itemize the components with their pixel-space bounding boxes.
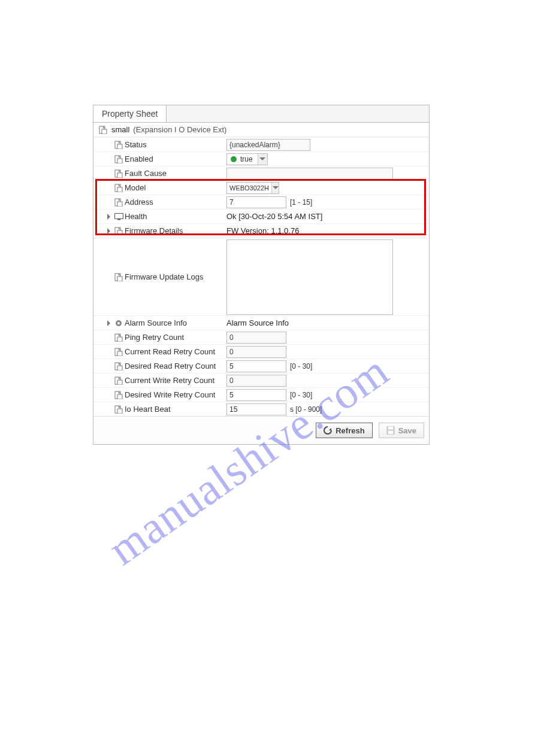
document-icon — [114, 155, 123, 163]
chevron-down-icon — [258, 154, 267, 165]
firmware-update-logs-textarea[interactable] — [226, 239, 393, 315]
label-desired-write-retry-count: Desired Write Retry Count — [125, 390, 226, 399]
document-icon — [114, 169, 123, 178]
gear-icon — [114, 319, 123, 327]
document-icon — [114, 227, 123, 235]
desired-read-retry-count-input[interactable]: 5 — [226, 360, 286, 372]
label-model: Model — [125, 183, 226, 192]
document-icon — [114, 273, 123, 281]
object-header-row: small (Expansion I O Device Ext) — [93, 123, 429, 137]
expand-toggle[interactable] — [104, 228, 113, 234]
label-firmware-details: Firmware Details — [125, 226, 226, 235]
model-dropdown[interactable]: WEBO3022H — [226, 182, 279, 194]
ping-retry-count-field: 0 — [226, 332, 286, 344]
current-write-retry-count-field: 0 — [226, 375, 286, 387]
row-firmware-details: Firmware Details FW Version: 1.1.0.76 — [93, 223, 429, 238]
alarm-source-info-value: Alarm Source Info — [226, 318, 289, 327]
label-alarm-source-info: Alarm Source Info — [125, 318, 226, 327]
label-io-heart-beat: Io Heart Beat — [125, 405, 226, 414]
document-icon — [99, 126, 107, 134]
health-value: Ok [30-Oct-20 5:54 AM IST] — [226, 212, 322, 221]
document-icon — [114, 141, 123, 149]
monitor-icon — [114, 213, 123, 220]
document-icon — [114, 184, 123, 192]
document-icon — [114, 362, 123, 371]
document-icon — [114, 348, 123, 356]
tab-bar: Property Sheet — [93, 105, 429, 123]
label-ping-retry-count: Ping Retry Count — [125, 333, 226, 342]
row-current-write-retry-count: Current Write Retry Count 0 — [93, 373, 429, 387]
enabled-dropdown[interactable]: true — [226, 153, 268, 165]
firmware-details-value: FW Version: 1.1.0.76 — [226, 226, 299, 235]
chevron-down-icon — [271, 183, 279, 193]
io-heart-beat-input[interactable]: 15 — [226, 403, 286, 415]
row-alarm-source-info: Alarm Source Info Alarm Source Info — [93, 315, 429, 330]
io-heart-beat-range-hint: s [0 - 900] — [290, 405, 322, 414]
status-field: {unackedAlarm} — [226, 139, 310, 151]
label-fault-cause: Fault Cause — [125, 169, 226, 178]
desired-write-range-hint: [0 - 30] — [290, 391, 312, 399]
label-firmware-update-logs: Firmware Update Logs — [125, 272, 226, 281]
document-icon — [114, 198, 123, 207]
expand-toggle[interactable] — [104, 320, 113, 326]
desired-write-retry-count-input[interactable]: 5 — [226, 389, 286, 401]
row-fault-cause: Fault Cause — [93, 166, 429, 180]
label-enabled: Enabled — [125, 154, 226, 163]
expand-toggle[interactable] — [104, 214, 113, 220]
label-current-read-retry-count: Current Read Retry Count — [125, 347, 226, 356]
current-read-retry-count-field: 0 — [226, 346, 286, 358]
row-current-read-retry-count: Current Read Retry Count 0 — [93, 344, 429, 359]
row-model: Model WEBO3022H — [93, 180, 429, 195]
row-enabled: Enabled true — [93, 151, 429, 166]
label-status: Status — [125, 140, 226, 149]
row-status: Status {unackedAlarm} — [93, 137, 429, 151]
address-input[interactable]: 7 — [226, 196, 286, 208]
label-address: Address — [125, 198, 226, 207]
document-icon — [114, 405, 123, 414]
refresh-button[interactable]: Refresh — [316, 423, 372, 438]
label-health: Health — [125, 212, 226, 221]
property-sheet-panel: Property Sheet small (Expansion I O Devi… — [93, 105, 430, 445]
refresh-icon — [324, 426, 332, 435]
row-desired-write-retry-count: Desired Write Retry Count 5 [0 - 30] — [93, 387, 429, 402]
footer-buttons: Refresh Save — [93, 416, 429, 444]
desired-read-range-hint: [0 - 30] — [290, 362, 312, 371]
tab-property-sheet[interactable]: Property Sheet — [93, 105, 167, 122]
object-type-suffix: (Expansion I O Device Ext) — [133, 125, 226, 134]
label-desired-read-retry-count: Desired Read Retry Count — [125, 362, 226, 371]
object-name: small — [111, 125, 129, 134]
status-dot-icon — [231, 156, 237, 162]
row-firmware-update-logs: Firmware Update Logs — [93, 238, 429, 315]
row-io-heart-beat: Io Heart Beat 15 s [0 - 900] — [93, 402, 429, 416]
save-button: Save — [379, 423, 424, 438]
row-address: Address 7 [1 - 15] — [93, 195, 429, 209]
label-current-write-retry-count: Current Write Retry Count — [125, 376, 226, 385]
save-icon — [386, 426, 395, 435]
address-range-hint: [1 - 15] — [290, 198, 312, 207]
document-icon — [114, 391, 123, 399]
document-icon — [114, 333, 123, 342]
row-desired-read-retry-count: Desired Read Retry Count 5 [0 - 30] — [93, 359, 429, 373]
row-health: Health Ok [30-Oct-20 5:54 AM IST] — [93, 209, 429, 223]
document-icon — [114, 377, 123, 385]
fault-cause-field — [226, 168, 393, 180]
row-ping-retry-count: Ping Retry Count 0 — [93, 330, 429, 344]
